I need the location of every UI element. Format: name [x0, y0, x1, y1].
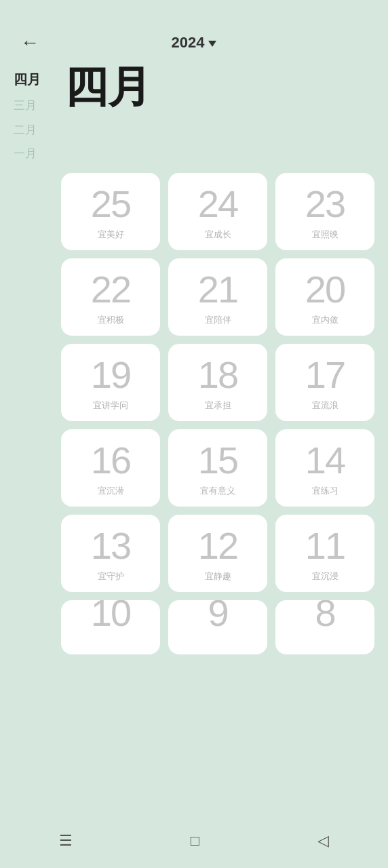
date-number: 23: [305, 185, 345, 223]
date-number: 22: [91, 271, 130, 309]
date-number: 20: [305, 271, 345, 309]
date-number: 25: [91, 185, 130, 223]
date-tag: 宜照映: [312, 229, 338, 241]
date-number: 14: [305, 441, 345, 479]
date-card[interactable]: 12宜静趣: [168, 515, 267, 592]
date-number: 10: [91, 600, 130, 632]
date-number: 15: [198, 441, 237, 479]
year-label: 2024: [172, 34, 205, 52]
date-number: 11: [305, 527, 345, 565]
date-tag: 宜内敛: [312, 314, 338, 326]
date-tag: 宜承担: [205, 399, 231, 412]
sidebar-month-march[interactable]: 三月: [14, 94, 58, 118]
date-card[interactable]: 15宜有意义: [168, 429, 267, 507]
header: ← 2024: [0, 0, 388, 65]
back-button[interactable]: ←: [20, 32, 39, 54]
date-tag: 宜陪伴: [205, 314, 231, 326]
date-number: 18: [198, 356, 237, 394]
date-tag: 宜沉浸: [312, 570, 338, 583]
date-tag: 宜守护: [98, 570, 124, 583]
home-button[interactable]: □: [191, 832, 199, 850]
date-tag: 宜静趣: [205, 570, 231, 583]
sidebar-month-january[interactable]: 一月: [14, 142, 58, 166]
date-tag: 宜美好: [98, 229, 124, 241]
date-number: 13: [91, 527, 130, 565]
current-month-area: 四月: [58, 65, 374, 166]
date-number: 24: [198, 185, 237, 223]
date-card[interactable]: 21宜陪伴: [168, 258, 267, 336]
date-tag: 宜流浪: [312, 399, 338, 412]
date-number: 12: [198, 527, 237, 565]
date-card[interactable]: 8: [275, 600, 374, 654]
date-number: 21: [198, 271, 237, 309]
date-number: 19: [91, 356, 130, 394]
date-card[interactable]: 20宜内敛: [275, 258, 374, 336]
current-month-title: 四月: [64, 65, 374, 108]
date-card[interactable]: 10: [61, 600, 160, 654]
top-section: 四月 三月 二月 一月 四月: [0, 65, 388, 173]
menu-button[interactable]: ☰: [59, 832, 73, 850]
dropdown-arrow-icon: [208, 41, 216, 47]
date-card[interactable]: 25宜美好: [61, 173, 160, 250]
date-tag: 宜积极: [98, 314, 124, 326]
date-tag: 宜成长: [205, 229, 231, 241]
date-card[interactable]: 9: [168, 600, 267, 654]
sidebar-month-february[interactable]: 二月: [14, 118, 58, 142]
date-tag: 宜沉潜: [98, 485, 124, 497]
date-grid-container: 25宜美好24宜成长23宜照映22宜积极21宜陪伴20宜内敛19宜讲学问18宜承…: [0, 173, 388, 715]
date-tag: 宜练习: [312, 485, 338, 497]
date-number: 17: [305, 356, 345, 394]
bottom-nav: ☰ □ ◁: [0, 821, 388, 868]
date-card[interactable]: 24宜成长: [168, 173, 267, 250]
date-card[interactable]: 14宜练习: [275, 429, 374, 507]
date-number: 16: [91, 441, 130, 479]
date-card[interactable]: 16宜沉潜: [61, 429, 160, 507]
date-tag: 宜有意义: [200, 485, 235, 497]
date-number: 9: [208, 600, 227, 632]
date-card[interactable]: 11宜沉浸: [275, 515, 374, 592]
date-card[interactable]: 17宜流浪: [275, 344, 374, 421]
date-card[interactable]: 19宜讲学问: [61, 344, 160, 421]
date-card[interactable]: 22宜积极: [61, 258, 160, 336]
date-grid: 25宜美好24宜成长23宜照映22宜积极21宜陪伴20宜内敛19宜讲学问18宜承…: [61, 173, 374, 654]
date-card[interactable]: 18宜承担: [168, 344, 267, 421]
back-nav-button[interactable]: ◁: [317, 832, 329, 850]
sidebar-month-april[interactable]: 四月: [14, 65, 58, 94]
date-tag: 宜讲学问: [93, 399, 128, 412]
date-card[interactable]: 13宜守护: [61, 515, 160, 592]
date-card[interactable]: 23宜照映: [275, 173, 374, 250]
year-selector[interactable]: 2024: [172, 34, 217, 52]
month-sidebar: 四月 三月 二月 一月: [14, 65, 58, 166]
date-number: 8: [315, 600, 334, 632]
